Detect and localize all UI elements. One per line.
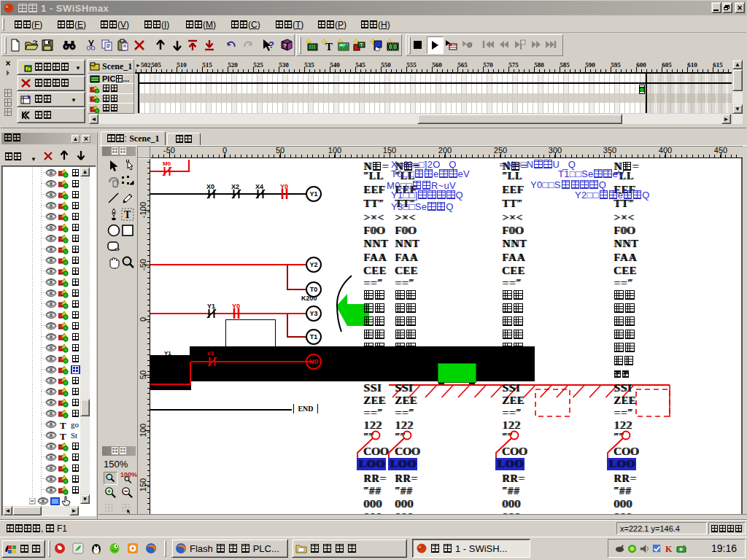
svg-text:?: ? [283, 42, 287, 49]
svg-text:?: ? [268, 39, 274, 50]
svg-text:T: T [325, 41, 333, 52]
svg-text:K: K [665, 544, 673, 554]
svg-text:T: T [360, 42, 363, 48]
svg-text:fx: fx [26, 66, 31, 72]
svg-text:T: T [60, 431, 66, 440]
svg-text:T: T [60, 420, 66, 429]
svg-text:T: T [124, 209, 131, 220]
